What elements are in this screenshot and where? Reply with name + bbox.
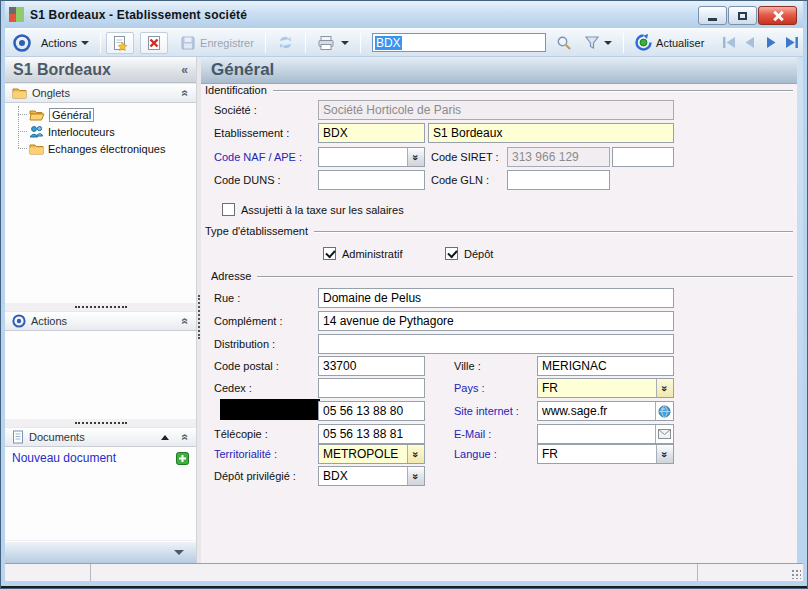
complement-label: Complément : <box>214 311 282 331</box>
pays-label[interactable]: Pays : <box>454 378 485 398</box>
telecopie-field[interactable]: 05 56 13 88 81 <box>318 424 425 444</box>
sidebar-item-interlocuteurs[interactable]: Interlocuteurs <box>5 123 196 140</box>
administratif-checkbox[interactable] <box>323 247 336 260</box>
site-internet-label[interactable]: Site internet : <box>454 401 519 421</box>
pays-dropdown-button[interactable]: » <box>656 379 673 397</box>
tree-stub <box>18 114 27 115</box>
email-field[interactable] <box>537 424 674 444</box>
new-record-button[interactable] <box>106 32 134 54</box>
search-input[interactable]: BDX <box>372 33 546 52</box>
sidebar-title: S1 Bordeaux <box>13 61 111 79</box>
actions-menu-button[interactable]: Actions <box>35 34 95 52</box>
folder-icon <box>29 143 44 155</box>
print-button[interactable] <box>311 32 355 54</box>
code-duns-field[interactable] <box>318 170 425 190</box>
etablissement-name-field[interactable]: S1 Bordeaux <box>428 123 674 143</box>
actions-menu-label: Actions <box>41 37 77 49</box>
langue-label[interactable]: Langue : <box>454 444 497 464</box>
actualiser-icon <box>635 34 652 51</box>
filter-button[interactable] <box>578 32 618 53</box>
new-page-icon <box>112 35 128 51</box>
search-value: BDX <box>375 36 402 50</box>
actions-section-header[interactable]: Actions « <box>5 311 196 331</box>
complement-field[interactable]: 14 avenue de Pythagore <box>318 311 674 331</box>
assujetti-checkbox[interactable] <box>222 203 235 216</box>
cedex-field[interactable] <box>318 378 425 398</box>
sidebar-item-echanges[interactable]: Echanges électroniques <box>5 140 196 157</box>
code-gln-field[interactable] <box>507 170 610 190</box>
sidebar-collapse-icon[interactable]: « <box>181 63 188 77</box>
status-cell <box>698 564 803 581</box>
ville-field[interactable]: MERIGNAC <box>537 356 674 376</box>
territorialite-field[interactable]: METROPOLE » <box>318 444 425 464</box>
depot-checkbox[interactable] <box>445 247 458 260</box>
save-icon <box>180 35 196 51</box>
territorialite-label[interactable]: Territorialité : <box>214 444 277 464</box>
code-siret-key-field[interactable] <box>612 147 674 167</box>
right-scroll-strip[interactable] <box>797 57 803 563</box>
panel-resize-handle[interactable] <box>5 419 196 427</box>
resize-grip[interactable] <box>791 569 801 579</box>
people-icon <box>29 125 44 138</box>
nav-previous-button[interactable] <box>740 33 761 53</box>
sidebar-item-general[interactable]: Général <box>5 106 196 123</box>
new-document-link[interactable]: Nouveau document <box>12 451 116 465</box>
sidebar-footer[interactable] <box>5 541 196 563</box>
search-button[interactable] <box>550 32 578 54</box>
toolbar-separator <box>360 33 361 53</box>
panel-resize-handle[interactable] <box>5 303 196 311</box>
delete-record-button[interactable] <box>140 32 168 54</box>
main-panel: Général Identification Société : Société… <box>201 57 797 563</box>
code-naf-label[interactable]: Code NAF / APE : <box>214 147 302 167</box>
code-naf-field[interactable]: » <box>318 147 425 167</box>
search-icon <box>556 35 572 51</box>
etablissement-code-field[interactable]: BDX <box>318 123 425 143</box>
save-button[interactable]: Enregistrer <box>174 32 260 54</box>
minimize-button[interactable] <box>698 6 727 25</box>
app-icon <box>9 7 24 22</box>
nav-previous-icon <box>743 36 757 49</box>
depot-privilegie-dropdown-button[interactable]: » <box>407 467 424 485</box>
depot-privilegie-field[interactable]: BDX » <box>318 466 425 486</box>
code-duns-label: Code DUNS : <box>214 170 281 190</box>
code-postal-field[interactable]: 33700 <box>318 356 425 376</box>
chevron-double-down-icon: » <box>407 473 425 478</box>
code-naf-dropdown-button[interactable]: » <box>407 148 424 166</box>
send-email-button[interactable] <box>655 425 673 443</box>
window-title: S1 Bordeaux - Etablissement société <box>30 8 247 22</box>
actions-section-body <box>5 331 196 419</box>
collapse-actions-icon[interactable]: « <box>179 318 193 325</box>
collapse-documents-icon[interactable]: « <box>179 434 193 441</box>
page-title: Général <box>211 60 274 80</box>
sync-button[interactable] <box>271 32 300 53</box>
adresse-group-header: Adresse <box>211 270 793 282</box>
territorialite-dropdown-button[interactable]: » <box>407 445 424 463</box>
nav-first-icon <box>721 36 737 49</box>
depot-label: Dépôt <box>464 244 493 264</box>
onglets-section-label: Onglets <box>32 87 177 99</box>
toolbar: Actions Enregistrer BDX <box>5 28 803 57</box>
pays-field[interactable]: FR » <box>537 378 674 398</box>
langue-dropdown-button[interactable]: » <box>656 445 673 463</box>
nav-first-button[interactable] <box>718 33 739 53</box>
documents-section-header[interactable]: Documents « <box>5 427 196 447</box>
maximize-button[interactable] <box>728 6 757 25</box>
depot-privilegie-label: Dépôt privilégié : <box>214 466 296 486</box>
onglets-section-header[interactable]: Onglets « <box>5 83 196 103</box>
scroll-up-icon[interactable] <box>161 435 169 440</box>
open-website-button[interactable] <box>655 402 673 420</box>
close-button[interactable] <box>758 6 797 25</box>
sidebar-item-label: Interlocuteurs <box>48 126 115 138</box>
distribution-field[interactable] <box>318 334 674 354</box>
langue-field[interactable]: FR » <box>537 444 674 464</box>
rue-field[interactable]: Domaine de Pelus <box>318 288 674 308</box>
add-document-icon[interactable] <box>176 452 189 465</box>
nav-last-button[interactable] <box>782 33 803 53</box>
nav-next-button[interactable] <box>761 33 782 53</box>
collapse-onglets-icon[interactable]: « <box>179 90 193 97</box>
refresh-list-button[interactable]: Actualiser <box>629 31 710 54</box>
site-internet-field[interactable]: www.sage.fr <box>537 401 674 421</box>
email-label[interactable]: E-Mail : <box>454 424 491 444</box>
telephone-field[interactable]: 05 56 13 88 80 <box>318 401 425 421</box>
sidebar: S1 Bordeaux « Onglets « Général <box>5 57 197 563</box>
